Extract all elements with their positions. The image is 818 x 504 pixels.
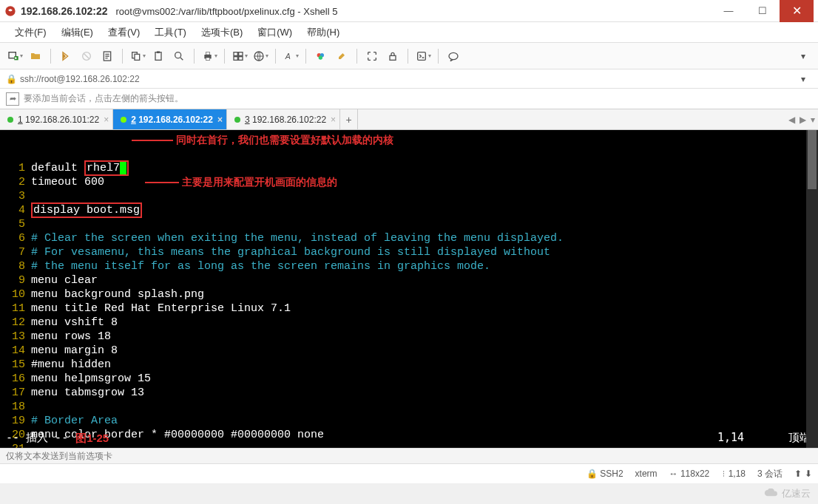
code-content: default rhel7 — [31, 161, 818, 175]
maximize-button[interactable]: ☐ — [746, 0, 780, 22]
lock-button[interactable] — [384, 47, 402, 65]
status-bar: 🔒 SSH2 xterm ↔ 118x22 ⸽ 1,18 3 会话 ⬆ ⬇ — [0, 464, 818, 483]
code-content — [31, 400, 818, 414]
code-line: 4display boot.msg — [0, 203, 818, 217]
code-content: # the menu itself for as long as the scr… — [31, 259, 818, 273]
title-host: 192.168.26.102:22 — [21, 5, 108, 17]
svg-rect-6 — [135, 54, 140, 60]
address-bar: 🔒 ssh://root@192.168.26.102:22 ▾ — [0, 69, 818, 89]
input-mode-hint[interactable]: 仅将文本发送到当前选项卡 — [0, 448, 818, 464]
session-hint-text: 要添加当前会话，点击左侧的箭头按钮。 — [24, 92, 183, 105]
address-text[interactable]: ssh://root@192.168.26.102:22 — [20, 74, 140, 84]
script-button[interactable] — [414, 47, 432, 65]
menu-file[interactable]: 文件(F) — [7, 23, 54, 42]
editor-mode: -- 插入 -- — [0, 431, 68, 445]
code-content: menu rows 18 — [31, 330, 818, 344]
code-line: 17menu tabmsgrow 13 — [0, 386, 818, 400]
reconnect-button[interactable] — [57, 47, 75, 65]
close-icon[interactable]: × — [331, 115, 336, 125]
line-number: 9 — [0, 273, 31, 287]
session-down-icon[interactable]: ⬇ — [805, 469, 812, 479]
code-line: 9menu clear — [0, 273, 818, 287]
new-session-button[interactable] — [6, 47, 24, 65]
add-session-arrow-icon[interactable]: ➦ — [6, 92, 19, 106]
new-tab-button[interactable]: + — [340, 109, 358, 129]
menu-tools[interactable]: 工具(T) — [147, 23, 194, 42]
svg-rect-22 — [390, 55, 396, 60]
find-button[interactable] — [170, 47, 188, 65]
line-number: 13 — [0, 330, 31, 344]
code-content — [31, 189, 818, 203]
code-content: # Border Area — [31, 414, 818, 428]
disconnect-button[interactable] — [78, 47, 95, 65]
font-button[interactable]: A — [282, 47, 300, 65]
code-content — [31, 217, 818, 231]
tab-1[interactable]: 1 192.168.26.101:22 × — [0, 109, 113, 129]
line-number: 1 — [0, 161, 31, 175]
svg-rect-13 — [234, 52, 237, 55]
minimize-button[interactable]: — — [711, 0, 746, 22]
editor-status-line: -- 插入 -- 图1-25 1,14 顶端 — [0, 431, 818, 445]
code-content: menu margin 8 — [31, 344, 818, 358]
code-line: 3 — [0, 189, 818, 203]
toolbar: A ▾ — [0, 43, 818, 69]
menu-tabs[interactable]: 选项卡(B) — [194, 23, 250, 42]
code-line: 18 — [0, 400, 818, 414]
line-number: 17 — [0, 386, 31, 400]
menu-view[interactable]: 查看(V) — [101, 23, 147, 42]
properties-button[interactable] — [98, 47, 116, 65]
close-button[interactable]: ✕ — [780, 0, 814, 22]
svg-rect-16 — [238, 56, 242, 60]
code-content: menu title Red Hat Enterprise Linux 7.1 — [31, 302, 818, 316]
tab-2[interactable]: 2 192.168.26.102:22 × — [113, 109, 227, 129]
menu-help[interactable]: 帮助(H) — [300, 23, 347, 42]
scroll-thumb[interactable] — [808, 130, 817, 189]
line-number: 15 — [0, 358, 31, 372]
print-button[interactable] — [200, 47, 218, 65]
highlight-button[interactable] — [333, 47, 351, 65]
help-icon[interactable] — [445, 47, 462, 65]
line-number: 14 — [0, 344, 31, 358]
menu-edit[interactable]: 编辑(E) — [54, 23, 101, 42]
copy-button[interactable] — [129, 47, 146, 65]
svg-rect-11 — [206, 52, 209, 54]
color-scheme-button[interactable] — [312, 47, 330, 65]
paste-button[interactable] — [149, 47, 167, 65]
code-content: # Clear the screen when exiting the menu… — [31, 231, 818, 245]
code-line: 7# For vesamenu, this means the graphica… — [0, 245, 818, 259]
line-number: 16 — [0, 372, 31, 386]
svg-text:A: A — [284, 52, 290, 61]
toolbar-menu[interactable]: ▾ — [794, 47, 812, 65]
close-icon[interactable]: × — [217, 115, 223, 125]
close-icon[interactable]: × — [104, 115, 109, 125]
status-pos: ⸽ 1,18 — [721, 469, 746, 479]
terminal[interactable]: 1default rhel7 2timeout 60034display boo… — [0, 130, 818, 448]
line-number: 18 — [0, 400, 31, 414]
title-path: root@vms002:/var/lib/tftpboot/pxelinux.c… — [115, 6, 337, 17]
svg-rect-14 — [238, 52, 242, 55]
tab-next-icon[interactable]: ▶ — [800, 115, 806, 125]
tab-prev-icon[interactable]: ◀ — [788, 115, 795, 125]
code-line: 16menu helpmsgrow 15 — [0, 372, 818, 386]
menu-window[interactable]: 窗口(W) — [250, 23, 300, 42]
code-line: 8# the menu itself for as long as the sc… — [0, 259, 818, 273]
tab-list-icon[interactable]: ▾ — [811, 115, 815, 125]
terminal-scrollbar[interactable] — [806, 130, 818, 448]
code-line: 13menu rows 18 — [0, 330, 818, 344]
fullscreen-button[interactable] — [363, 47, 381, 65]
layout-button[interactable] — [231, 47, 249, 65]
title-bar: 192.168.26.102:22 root@vms002:/var/lib/t… — [0, 0, 818, 22]
line-number: 3 — [0, 189, 31, 203]
tab-3[interactable]: 3 192.168.26.102:22 × — [227, 109, 340, 129]
session-up-icon[interactable]: ⬆ — [794, 469, 802, 479]
line-number: 8 — [0, 259, 31, 273]
line-number: 19 — [0, 414, 31, 428]
figure-label: 图1-25 — [75, 431, 109, 445]
window-controls: — ☐ ✕ — [711, 0, 814, 22]
address-menu[interactable]: ▾ — [794, 70, 812, 88]
line-number: 5 — [0, 217, 31, 231]
open-folder-button[interactable] — [27, 47, 44, 65]
code-line: 12menu vshift 8 — [0, 316, 818, 330]
status-ssh: 🔒 SSH2 — [587, 469, 623, 479]
encoding-button[interactable] — [251, 47, 269, 65]
